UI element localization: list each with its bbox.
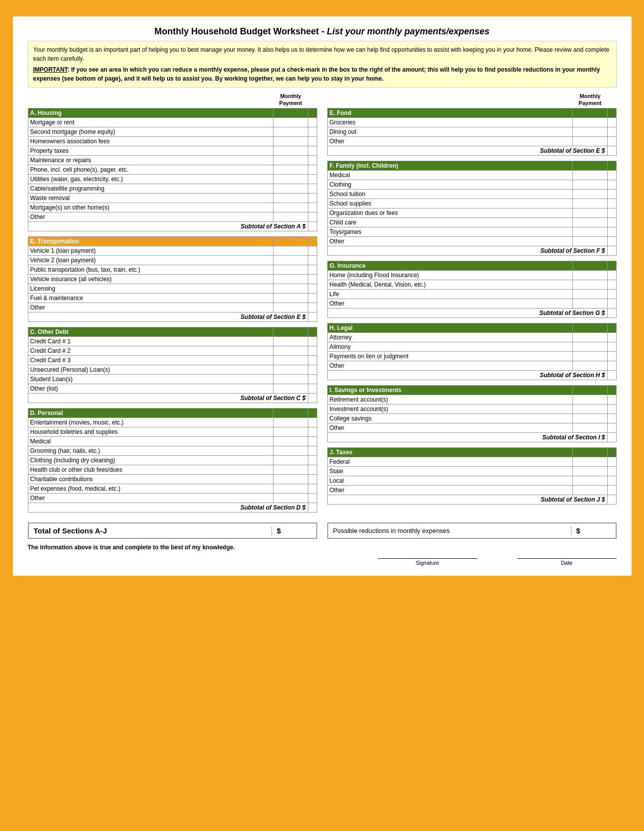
table-row: Other (list) (28, 384, 317, 393)
item-label: Homeowners association fees (28, 136, 273, 146)
table-row: Other (327, 485, 616, 495)
transport-header-row: E. Transportation (28, 236, 317, 246)
transport-title: E. Transportation (28, 236, 273, 246)
subtotal-label-food: Subtotal of Section E $ (327, 146, 607, 155)
item-label: Phone, incl. cell phone(s), pager, etc. (28, 165, 273, 174)
savings-title: I. Savings or Investments (327, 385, 572, 395)
table-row: Credit Card # 1 (28, 336, 317, 346)
item-label: Vehicle insurance (all vehicles) (28, 274, 273, 284)
item-label: Medical (327, 170, 572, 180)
left-col-header: MonthlyPayment (28, 93, 317, 107)
item-label: Clothing (327, 180, 572, 189)
table-row: Other (327, 423, 616, 432)
item-label: State (327, 466, 572, 476)
item-label: Credit Card # 3 (28, 355, 273, 365)
housing-header-check (308, 108, 317, 117)
legal-header-row: H. Legal (327, 323, 616, 332)
item-label: Life (327, 289, 572, 299)
subtotal-label-c: Subtotal of Section C $ (28, 393, 308, 403)
total-dollar[interactable]: $ (272, 526, 311, 535)
item-label: Property taxes (28, 146, 273, 155)
subtotal-row-food: Subtotal of Section E $ (327, 146, 616, 155)
section-transportation: E. Transportation Vehicle 1 (loan paymen… (28, 236, 317, 322)
signature-label: Signature (378, 560, 477, 566)
item-label: Utilities (water, gas, electricity, etc.… (28, 174, 273, 184)
item-label: Retirement account(s) (327, 395, 572, 404)
table-row: School tuition (327, 189, 616, 199)
table-row: Attorney (327, 332, 616, 342)
item-label: Health (Medical, Dental, Vision, etc.) (327, 280, 572, 289)
item-label: Organization dues or fees (327, 208, 572, 217)
item-label: Cable/satellite programming (28, 184, 273, 193)
table-row: Local (327, 476, 616, 485)
right-col-header: MonthlyPayment (327, 93, 617, 107)
subtotal-row-j: Subtotal of Section J $ (327, 495, 616, 504)
subtotal-label-g: Subtotal of Section G $ (327, 308, 607, 317)
table-row: Second mortgage (home equity) (28, 127, 317, 136)
total-label: Total of Sections A-J (34, 526, 272, 535)
left-column: MonthlyPayment A. Housing Mortgage or re… (28, 93, 317, 518)
intro-line1: Your monthly budget is an important part… (33, 45, 611, 63)
item-label: Other (327, 423, 572, 432)
item-label: Grooming (hair, nails, etc.) (28, 446, 273, 455)
section-legal: H. Legal Attorney Alimony Payments on li… (327, 323, 617, 380)
item-label: Charitable contributions (28, 474, 273, 484)
section-insurance: G. Insurance Home (including Flood Insur… (327, 261, 617, 318)
item-label: Other (327, 361, 572, 370)
item-label: Attorney (327, 332, 572, 342)
item-label: Credit Card # 2 (28, 346, 273, 355)
item-label: Payments on lien or judgment (327, 351, 572, 361)
table-row: Groceries (327, 117, 616, 127)
item-label: Pet expenses (food, medical, etc.) (28, 484, 273, 493)
subtotal-label-etransport: Subtotal of Section E $ (28, 312, 308, 321)
monthly-payment-header-right: MonthlyPayment (573, 93, 608, 107)
item-label: Medical (28, 436, 273, 446)
intro-important: IMPORTANT: If you see an area in which y… (33, 65, 611, 83)
table-row: Waste removal (28, 193, 317, 203)
date-label: Date (517, 560, 617, 566)
table-row: Grooming (hair, nails, etc.) (28, 446, 317, 455)
subtotal-row-e-transport: Subtotal of Section E $ (28, 312, 317, 321)
table-row: Other (28, 212, 317, 221)
item-label: Other (327, 136, 572, 146)
item-label: Public transportation (bus, taxi, train,… (28, 265, 273, 274)
table-row: Property taxes (28, 146, 317, 155)
item-label: Mortgage or rent (28, 117, 273, 127)
table-row: Clothing (327, 180, 616, 189)
table-row: Retirement account(s) (327, 395, 616, 404)
table-row: Other (28, 493, 317, 503)
table-row: State (327, 466, 616, 476)
housing-title: A. Housing (28, 108, 273, 117)
totals-row: Total of Sections A-J $ Possible reducti… (28, 522, 617, 539)
legal-title: H. Legal (327, 323, 572, 332)
housing-header-value (273, 108, 308, 117)
date-line[interactable] (517, 558, 617, 559)
item-label: Fuel & maintenance (28, 293, 273, 303)
item-label: Entertainment (movies, music, etc.) (28, 417, 273, 427)
item-label: College savings (327, 414, 572, 423)
important-label: IMPORTANT (33, 66, 68, 73)
subtotal-label-a: Subtotal of Section A $ (28, 221, 308, 231)
total-sections-box: Total of Sections A-J $ (28, 522, 317, 539)
insurance-header-row: G. Insurance (327, 261, 616, 270)
housing-header-row: A. Housing (28, 108, 317, 117)
table-row: Federal (327, 457, 616, 466)
section-food: E. Food Groceries Dining out Other Subto… (327, 108, 617, 156)
personal-title: D. Personal (28, 408, 273, 417)
transport-header-check (308, 236, 317, 246)
table-row: Investment account(s) (327, 404, 616, 414)
subtotal-label-f: Subtotal of Section F $ (327, 246, 607, 255)
subtotal-row-h: Subtotal of Section H $ (327, 370, 616, 380)
item-label: Vehicle 1 (loan payment) (28, 246, 273, 255)
sig-line[interactable] (378, 558, 477, 559)
table-row: Household toiletries and supplies (28, 427, 317, 436)
reductions-dollar[interactable]: $ (571, 526, 611, 535)
item-label: Other (327, 299, 572, 308)
family-title: F. Family (incl. Children) (327, 161, 572, 170)
section-housing: A. Housing Mortgage or rent Second mortg… (28, 108, 317, 231)
item-label: Child care (327, 217, 572, 227)
table-row: Other (327, 136, 616, 146)
section-other-debt: C. Other Debt Credit Card # 1 Credit Car… (28, 327, 317, 403)
reductions-label: Possible reductions in monthly expenses (333, 527, 571, 534)
possible-reductions-box: Possible reductions in monthly expenses … (327, 522, 617, 539)
